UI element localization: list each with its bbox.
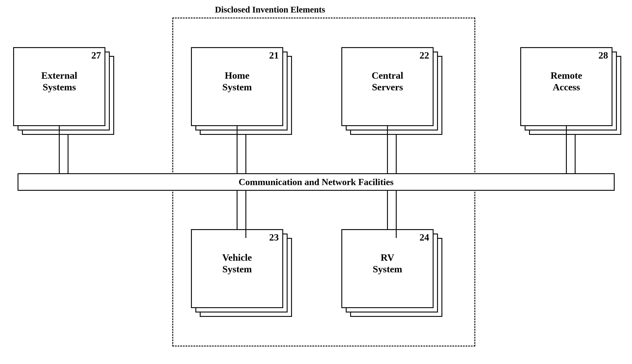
connector-line: [245, 191, 246, 238]
connector-line: [396, 135, 397, 173]
card-label: Home System: [192, 70, 282, 93]
card-front: 27 External Systems: [13, 47, 105, 126]
card-label: RV System: [342, 252, 433, 275]
card-number: 28: [598, 50, 608, 61]
box-remote-access: 28 Remote Access: [520, 47, 621, 135]
connector-line: [68, 135, 69, 173]
box-vehicle-system: 23 Vehicle System: [191, 229, 292, 317]
box-home-system: 21 Home System: [191, 47, 292, 135]
card-label-line2: Servers: [372, 82, 403, 92]
card-label-line1: RV: [381, 252, 394, 263]
card-label: Central Servers: [342, 70, 433, 93]
card-front: 21 Home System: [191, 47, 283, 126]
card-number: 27: [91, 50, 101, 61]
box-central-servers: 22 Central Servers: [341, 47, 442, 135]
card-number: 21: [269, 50, 279, 61]
card-label-line2: System: [222, 264, 252, 274]
card-front: 28 Remote Access: [520, 47, 612, 126]
communication-bus: Communication and Network Facilities: [18, 173, 615, 191]
connector-line: [59, 126, 60, 173]
card-label-line2: Access: [553, 82, 580, 92]
card-number: 23: [269, 232, 279, 243]
box-external-systems: 27 External Systems: [13, 47, 114, 135]
card-front: 23 Vehicle System: [191, 229, 283, 308]
card-front: 24 RV System: [341, 229, 434, 308]
connector-line: [245, 135, 246, 173]
card-label-line1: Home: [225, 70, 249, 81]
card-label-line1: Vehicle: [222, 252, 252, 263]
box-rv-system: 24 RV System: [341, 229, 442, 317]
card-label-line1: Central: [372, 70, 403, 81]
card-label: Vehicle System: [192, 252, 282, 275]
card-number: 24: [420, 232, 429, 243]
connector-line: [566, 126, 567, 173]
card-label-line1: External: [41, 70, 77, 81]
connector-line: [237, 191, 237, 229]
connector-line: [396, 191, 397, 238]
diagram-title: Disclosed Invention Elements: [171, 4, 369, 15]
card-label-line1: Remote: [550, 70, 582, 81]
card-number: 22: [420, 50, 429, 61]
bus-label: Communication and Network Facilities: [239, 177, 394, 187]
card-label: Remote Access: [521, 70, 611, 93]
connector-line: [387, 191, 388, 229]
card-label: External Systems: [14, 70, 105, 93]
card-label-line2: System: [373, 264, 402, 274]
connector-line: [237, 126, 237, 173]
card-front: 22 Central Servers: [341, 47, 434, 126]
connector-line: [575, 135, 576, 173]
connector-line: [387, 126, 388, 173]
card-label-line2: Systems: [43, 82, 76, 92]
card-label-line2: System: [222, 82, 252, 92]
